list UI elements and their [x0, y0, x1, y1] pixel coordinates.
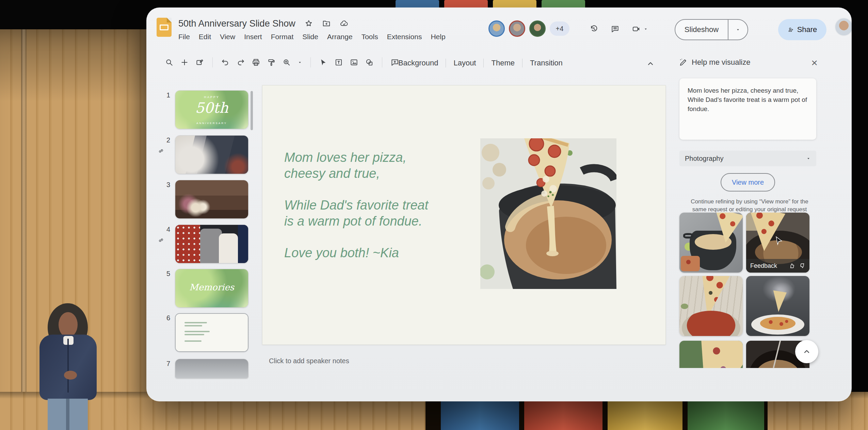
presenter-face [59, 312, 78, 337]
star-icon[interactable] [304, 19, 313, 28]
filmstrip-scrollbar[interactable] [251, 91, 253, 130]
move-folder-icon[interactable] [322, 19, 331, 28]
cloud-check-icon[interactable] [340, 19, 349, 28]
slide-text-line: While Dad's favorite treat [284, 197, 461, 213]
google-slides-window: 50th Anniversary Slide Show File Edit Vi… [146, 7, 852, 401]
presenter-zipper [67, 339, 69, 393]
avatar-collaborator-2[interactable] [509, 20, 525, 37]
thumbs-up-icon[interactable] [789, 263, 795, 269]
prompt-text-input[interactable]: Mom loves her pizza, cheesy and true, Wh… [679, 78, 816, 140]
slide-7-thumbnail[interactable] [175, 359, 248, 379]
refine-hint: Continue refining by using “View more” f… [676, 198, 823, 213]
slideshow-button[interactable]: Slideshow [675, 19, 748, 40]
slide-4-thumbnail[interactable] [175, 225, 248, 263]
view-more-button[interactable]: View more [721, 173, 775, 191]
print-icon[interactable] [252, 58, 260, 67]
generated-image-pizza-green[interactable] [679, 341, 743, 368]
search-icon[interactable] [165, 58, 174, 67]
version-history-icon[interactable] [590, 25, 598, 33]
comments-icon[interactable] [611, 25, 620, 33]
zoom-icon[interactable] [282, 58, 291, 67]
presenter-hands [64, 371, 77, 380]
account-avatar[interactable] [835, 18, 852, 36]
menu-slide[interactable]: Slide [302, 33, 318, 41]
collaborator-overflow-badge[interactable]: +4 [550, 21, 569, 36]
slide-6-thumbnail-current[interactable] [175, 313, 248, 352]
slideshow-dropdown[interactable] [728, 20, 748, 40]
menu-extensions[interactable]: Extensions [387, 33, 422, 41]
menu-help[interactable]: Help [431, 33, 445, 41]
caret-down-icon[interactable] [298, 60, 302, 65]
slideshow-label: Slideshow [675, 25, 728, 34]
format-buttons: Background Layout Theme Transition [398, 59, 563, 67]
slide-2-thumbnail[interactable] [175, 135, 248, 174]
slide-3-thumbnail[interactable] [175, 180, 248, 219]
redo-icon[interactable] [236, 58, 245, 67]
share-label: Share [797, 25, 817, 34]
slide-text-line: Love you both! ~Kia [284, 245, 461, 261]
insert-image-icon[interactable] [350, 58, 358, 67]
menu-file[interactable]: File [178, 33, 190, 41]
collapse-toolbar-icon[interactable] [646, 59, 655, 68]
share-button[interactable]: Share [778, 19, 826, 40]
caret-down-icon[interactable] [643, 27, 648, 31]
generated-image-pizza-soup[interactable] [679, 276, 743, 336]
insert-shape-icon[interactable] [365, 58, 374, 67]
generated-image-fondue-pot[interactable] [679, 213, 743, 273]
chevron-up-icon [802, 347, 811, 356]
scroll-up-button[interactable] [795, 340, 818, 363]
slide-6-number: 6 [160, 314, 170, 322]
slides-app-icon [157, 18, 172, 37]
layout-button[interactable]: Layout [453, 59, 476, 67]
thumbs-down-icon[interactable] [799, 263, 805, 269]
slide-7-number: 7 [160, 360, 170, 368]
menu-bar: File Edit View Insert Format Slide Arran… [178, 33, 446, 41]
document-title[interactable]: 50th Anniversary Slide Show [178, 18, 295, 29]
slide-1-label-bottom: ANNIVERSARY [175, 122, 248, 125]
slide-text-block[interactable]: Mom loves her pizza, cheesy and true, Wh… [284, 150, 461, 261]
avatar-collaborator-1[interactable] [488, 20, 505, 37]
close-icon[interactable]: × [811, 56, 818, 70]
menu-format[interactable]: Format [271, 33, 294, 41]
generated-image-steaming-pizza[interactable] [746, 276, 809, 336]
new-slide-icon[interactable] [195, 58, 204, 67]
avatar-collaborator-3[interactable] [529, 20, 546, 37]
help-me-visualize-panel: Help me visualize × Mom loves her pizza,… [676, 52, 823, 368]
refine-hint-line1: Continue refining by using “View more” f… [676, 198, 823, 205]
add-icon[interactable] [180, 58, 189, 67]
style-select-value: Photography [685, 155, 723, 163]
panel-title: Help me visualize [692, 58, 750, 67]
video-call-icon[interactable] [632, 25, 641, 33]
background-button[interactable]: Background [398, 59, 438, 67]
select-cursor-icon[interactable] [319, 58, 328, 67]
slide-5-number: 5 [160, 270, 170, 278]
slide-2-photo [175, 136, 248, 174]
slide-3-photo [175, 180, 248, 218]
menu-arrange[interactable]: Arrange [327, 33, 353, 41]
transition-button[interactable]: Transition [530, 59, 563, 67]
menu-edit[interactable]: Edit [199, 33, 211, 41]
generated-image-pizza-over-pot[interactable]: Feedback [746, 213, 809, 273]
style-select[interactable]: Photography [679, 151, 816, 166]
menu-tools[interactable]: Tools [361, 33, 378, 41]
slide-5-thumbnail[interactable]: Memories [175, 269, 248, 308]
slide-photo-fondue-pizza[interactable] [480, 138, 616, 289]
slide-text-line: cheesy and true, [284, 166, 461, 182]
presenter [30, 303, 108, 430]
menu-view[interactable]: View [220, 33, 235, 41]
link-icon [158, 148, 164, 154]
slide-1-thumbnail[interactable]: HAPPY 50th ANNIVERSARY [175, 90, 248, 129]
caret-down-icon [736, 27, 740, 32]
slide-canvas[interactable]: Mom loves her pizza, cheesy and true, Wh… [262, 85, 666, 345]
paint-format-icon[interactable] [267, 58, 276, 67]
collaborator-avatars: +4 [488, 20, 569, 37]
undo-icon[interactable] [221, 58, 230, 67]
theme-button[interactable]: Theme [491, 59, 514, 67]
pen-spark-icon [679, 58, 688, 67]
slide-5-label-main: Memories [175, 282, 248, 292]
speaker-notes-placeholder[interactable]: Click to add speaker notes [269, 357, 349, 365]
slide-4-photo [175, 225, 248, 263]
menu-insert[interactable]: Insert [244, 33, 262, 41]
slide-1-art: HAPPY 50th ANNIVERSARY [175, 91, 248, 129]
text-box-icon[interactable] [334, 58, 343, 67]
